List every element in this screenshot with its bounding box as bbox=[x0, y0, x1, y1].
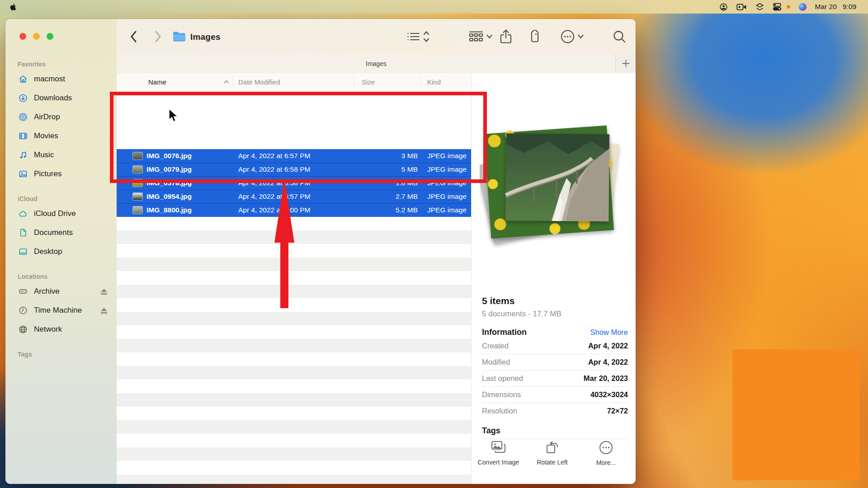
info-field-label: Created bbox=[482, 342, 509, 350]
sidebar-section-items: macmost Downloads AirDrop Movies Music P… bbox=[5, 70, 117, 183]
file-date-modified: Apr 4, 2022 at 6:58 PM bbox=[238, 179, 310, 187]
siri-icon[interactable] bbox=[799, 3, 807, 11]
menu-item-help[interactable] bbox=[87, 0, 98, 14]
control-center-icon[interactable] bbox=[773, 3, 782, 11]
file-row[interactable]: IMG_0378.jpg Apr 4, 2022 at 6:58 PM 1.8 … bbox=[117, 176, 471, 190]
info-field: Created Apr 4, 2022 bbox=[482, 338, 628, 354]
info-fields: Created Apr 4, 2022 Modified Apr 4, 2022… bbox=[482, 338, 628, 419]
sidebar-section-title: Tags bbox=[18, 351, 117, 358]
sidebar-item-icloud-drive[interactable]: iCloud Drive bbox=[5, 204, 117, 223]
menu-item-file[interactable] bbox=[33, 0, 43, 14]
close-button[interactable] bbox=[19, 33, 26, 40]
group-button[interactable] bbox=[469, 31, 483, 42]
column-size[interactable]: Size bbox=[362, 78, 375, 86]
search-icon[interactable] bbox=[613, 30, 626, 43]
sidebar-sections: Favorites macmost Downloads AirDrop Movi… bbox=[5, 52, 117, 360]
file-name: IMG_0076.jpg bbox=[146, 152, 192, 160]
sidebar-item-macmost[interactable]: macmost bbox=[5, 70, 117, 89]
file-thumbnail-icon bbox=[133, 179, 142, 187]
file-row[interactable]: IMG_0954.jpg Apr 4, 2022 at 6:57 PM 2.7 … bbox=[117, 190, 471, 203]
sidebar-item-airdrop[interactable]: AirDrop bbox=[5, 108, 117, 127]
column-divider[interactable] bbox=[233, 76, 233, 87]
traffic-lights bbox=[19, 33, 53, 40]
sidebar-item-archive[interactable]: Archive bbox=[5, 282, 117, 301]
forward-button[interactable] bbox=[155, 31, 161, 42]
file-name: IMG_8800.jpg bbox=[146, 206, 192, 214]
file-row[interactable]: IMG_0079.jpg Apr 4, 2022 at 6:58 PM 5 MB… bbox=[117, 163, 471, 176]
file-thumbnail-icon bbox=[133, 166, 142, 173]
sidebar-item-movies[interactable]: Movies bbox=[5, 127, 117, 145]
sidebar-item-music[interactable]: Music bbox=[5, 145, 117, 164]
file-size: 1.8 MB bbox=[343, 179, 418, 187]
items-count: 5 items bbox=[482, 296, 628, 306]
window-title: Images bbox=[173, 32, 221, 42]
tab-images[interactable]: Images bbox=[366, 60, 387, 67]
show-more-link[interactable]: Show More bbox=[590, 328, 628, 337]
eject-icon[interactable] bbox=[100, 307, 108, 314]
column-kind[interactable]: Kind bbox=[427, 78, 441, 86]
music-icon bbox=[18, 150, 28, 160]
sidebar-item-desktop[interactable]: Desktop bbox=[5, 242, 117, 261]
menu-clock[interactable]: Mar 20 9:09 bbox=[815, 3, 856, 11]
downloads-icon bbox=[18, 93, 28, 103]
group-chevron-icon[interactable] bbox=[486, 35, 492, 39]
sidebar-item-time-machine[interactable]: Time Machine bbox=[5, 301, 117, 320]
sidebar-section: Locations Archive Time Machine Network bbox=[5, 273, 117, 339]
quick-action-rotate-left[interactable]: Rotate Left bbox=[528, 441, 577, 467]
quick-action-convert-image[interactable]: Convert Image bbox=[474, 441, 524, 467]
movies-icon bbox=[18, 131, 28, 141]
info-field: Last opened Mar 20, 2023 bbox=[482, 370, 628, 386]
sidebar-item-documents[interactable]: Documents bbox=[5, 223, 117, 242]
sidebar-item-network[interactable]: Network bbox=[5, 320, 117, 339]
column-divider[interactable] bbox=[420, 76, 421, 87]
info-field-label: Dimensions bbox=[482, 390, 521, 399]
user-icon[interactable] bbox=[719, 3, 728, 11]
column-date-modified[interactable]: Date Modified bbox=[238, 78, 280, 86]
minimize-button[interactable] bbox=[33, 33, 40, 40]
file-row[interactable]: IMG_0076.jpg Apr 4, 2022 at 6:57 PM 3 MB… bbox=[117, 149, 471, 163]
back-button[interactable] bbox=[130, 31, 137, 42]
eject-icon[interactable] bbox=[100, 288, 108, 295]
file-date-modified: Apr 4, 2022 at 6:58 PM bbox=[238, 165, 310, 174]
file-size: 3 MB bbox=[343, 152, 418, 160]
new-tab-button[interactable] bbox=[615, 54, 636, 73]
sidebar-section-title: Locations bbox=[18, 273, 117, 280]
quick-action-label: Convert Image bbox=[478, 458, 519, 467]
info-field-value: Apr 4, 2022 bbox=[588, 358, 628, 366]
sidebar-item-label: iCloud Drive bbox=[34, 209, 76, 218]
file-row[interactable]: IMG_8800.jpg Apr 4, 2022 at 7:00 PM 5.2 … bbox=[117, 203, 471, 217]
file-name: IMG_0079.jpg bbox=[146, 165, 192, 174]
sidebar-item-pictures[interactable]: Pictures bbox=[5, 164, 117, 183]
apple-menu-icon[interactable] bbox=[9, 3, 17, 11]
sidebar-section: Favorites macmost Downloads AirDrop Movi… bbox=[5, 61, 117, 183]
column-header: Name Date Modified Size Kind bbox=[117, 73, 471, 91]
share-icon[interactable] bbox=[500, 29, 512, 44]
file-date-modified: Apr 4, 2022 at 6:57 PM bbox=[238, 192, 310, 201]
more-actions-button[interactable] bbox=[561, 30, 575, 44]
convert-icon bbox=[491, 441, 506, 454]
menu-item-window[interactable] bbox=[76, 0, 87, 14]
more-actions-chevron-icon[interactable] bbox=[578, 35, 584, 39]
column-divider[interactable] bbox=[354, 76, 354, 87]
sidebar-item-label: Network bbox=[34, 325, 62, 334]
menu-item-finder[interactable] bbox=[21, 0, 33, 14]
orange-annotation-box bbox=[732, 349, 859, 480]
sidebar-item-downloads[interactable]: Downloads bbox=[5, 89, 117, 108]
column-name[interactable]: Name bbox=[148, 78, 166, 86]
zoom-button[interactable] bbox=[47, 33, 53, 40]
menu-item-edit[interactable] bbox=[43, 0, 54, 14]
file-thumbnail-icon bbox=[133, 152, 142, 160]
tag-icon[interactable] bbox=[528, 30, 542, 43]
items-summary: 5 documents - 17.7 MB bbox=[482, 310, 628, 319]
sidebar-item-label: macmost bbox=[34, 75, 65, 84]
menu-item-view[interactable] bbox=[54, 0, 65, 14]
cloud-icon bbox=[18, 208, 28, 219]
sidebar-item-label: Downloads bbox=[34, 94, 72, 103]
view-mode-chevrons-icon[interactable] bbox=[423, 31, 429, 42]
info-field-value: 4032×3024 bbox=[590, 390, 628, 399]
quick-action-more-[interactable]: More... bbox=[581, 441, 631, 467]
menu-item-go[interactable] bbox=[65, 0, 76, 14]
view-mode-button[interactable] bbox=[407, 31, 420, 42]
screen-record-icon[interactable] bbox=[736, 3, 747, 11]
stage-manager-icon[interactable] bbox=[755, 3, 764, 11]
